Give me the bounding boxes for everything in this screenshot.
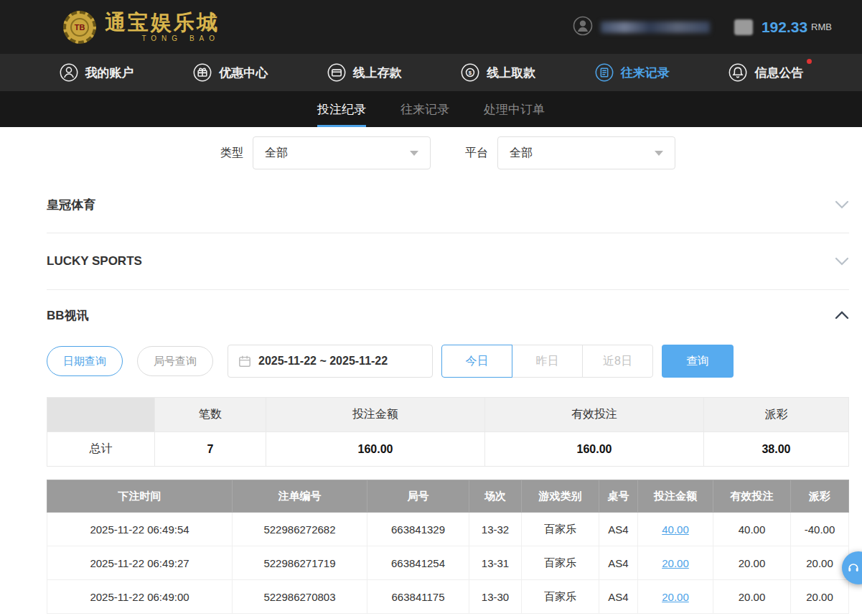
nav-label: 我的账户 (85, 65, 134, 81)
header-round: 局号 (367, 480, 469, 513)
bet-amount-link[interactable]: 20.00 (662, 591, 689, 603)
tab-bet-records[interactable]: 投注纪录 (317, 91, 366, 127)
chevron-down-icon (835, 257, 849, 266)
gift-icon (192, 62, 212, 83)
bet-time-cell: 2025-11-22 06:49:00 (47, 580, 233, 614)
balance-currency: RMB (811, 22, 832, 32)
bet-detail-table: 下注时间 注单编号 局号 场次 游戏类别 桌号 投注金额 有效投注 派彩 202… (47, 480, 849, 614)
logo-chip-icon: TB (63, 11, 96, 44)
summary-corner-cell (47, 398, 155, 432)
filter-row: 类型 全部 平台 全部 (47, 127, 849, 177)
yesterday-button[interactable]: 昨日 (512, 345, 583, 378)
date-query-button[interactable]: 日期查询 (47, 346, 123, 376)
section-title: 皇冠体育 (47, 197, 95, 213)
section-title: LUCKY SPORTS (47, 254, 142, 269)
site-logo[interactable]: TB 通宝娱乐城 TONG BAO (63, 11, 220, 44)
table-no-cell: AS4 (599, 580, 638, 614)
top-header: TB 通宝娱乐城 TONG BAO 192.33 RMB (0, 0, 862, 54)
header-game-type: 游戏类别 (522, 480, 599, 513)
section-crown-sports[interactable]: 皇冠体育 (47, 177, 849, 233)
header-payout: 派彩 (791, 480, 849, 513)
nav-item-my-account[interactable]: 我的账户 (59, 62, 134, 83)
round-query-button[interactable]: 局号查询 (137, 346, 213, 376)
session-cell: 13-31 (469, 546, 522, 580)
nav-item-promotions[interactable]: 优惠中心 (192, 62, 268, 83)
bet-amount-cell: 40.00 (638, 513, 713, 546)
game-type-cell: 百家乐 (522, 580, 599, 614)
logo-subtitle: TONG BAO (105, 34, 220, 42)
round-cell: 663841329 (367, 513, 469, 546)
main-content: 类型 全部 平台 全部 皇冠体育 LUCKY SPORTS BB视讯 (0, 127, 862, 614)
nav-item-deposit[interactable]: 线上存款 (327, 62, 402, 83)
header-bet-amount: 投注金额 (638, 480, 713, 513)
deposit-icon (327, 62, 347, 83)
bet-time-cell: 2025-11-22 06:49:54 (47, 513, 233, 546)
round-cell: 663841175 (367, 580, 469, 614)
quick-date-group: 今日 昨日 近8日 (441, 345, 653, 378)
session-cell: 13-30 (469, 580, 522, 614)
chevron-down-icon (835, 200, 849, 209)
nav-item-records[interactable]: 往来记录 (594, 62, 670, 83)
bet-id-cell: 522986271719 (233, 546, 367, 580)
sub-nav: 投注纪录 往来记录 处理中订单 (0, 91, 862, 127)
user-icon (59, 62, 79, 83)
notification-badge (807, 59, 812, 64)
table-row: 2025-11-22 06:49:00 522986270803 6638411… (47, 580, 849, 614)
username-masked (601, 22, 710, 33)
section-bb-video[interactable]: BB视讯 (47, 290, 849, 340)
nav-item-announcements[interactable]: 信息公告 (728, 62, 803, 83)
nav-item-withdraw[interactable]: $ 线上取款 (460, 62, 535, 83)
date-range-input[interactable]: 2025-11-22 ~ 2025-11-22 (228, 345, 433, 378)
game-type-cell: 百家乐 (522, 513, 599, 546)
table-row: 2025-11-22 06:49:54 522986272682 6638413… (47, 513, 849, 546)
bet-amount-link[interactable]: 20.00 (662, 557, 689, 569)
type-select[interactable]: 全部 (253, 136, 431, 169)
section-lucky-sports[interactable]: LUCKY SPORTS (47, 233, 849, 290)
bet-amount-link[interactable]: 40.00 (662, 523, 689, 536)
records-icon (594, 62, 614, 83)
withdraw-icon: $ (460, 62, 480, 83)
chevron-down-icon (655, 151, 663, 156)
round-cell: 663841254 (367, 546, 469, 580)
logo-chip-tb: TB (70, 18, 89, 37)
platform-select[interactable]: 全部 (497, 136, 675, 169)
detail-header-row: 下注时间 注单编号 局号 场次 游戏类别 桌号 投注金额 有效投注 派彩 (47, 480, 849, 513)
platform-select-value: 全部 (510, 146, 533, 161)
summary-bet-amount-value: 160.00 (266, 432, 485, 467)
summary-payout-value: 38.00 (704, 432, 849, 467)
session-cell: 13-32 (469, 513, 522, 546)
section-title: BB视讯 (47, 307, 89, 324)
header-bet-time: 下注时间 (47, 480, 233, 513)
summary-header-payout: 派彩 (704, 398, 849, 432)
summary-valid-bet-value: 160.00 (485, 432, 704, 467)
search-button[interactable]: 查询 (662, 345, 734, 378)
summary-total-label: 总计 (47, 432, 155, 467)
wallet-icon[interactable] (734, 19, 753, 35)
platform-filter-label: 平台 (465, 146, 488, 161)
payout-cell: 20.00 (791, 546, 849, 580)
bet-time-cell: 2025-11-22 06:49:27 (47, 546, 233, 580)
summary-header-bet-amount: 投注金额 (266, 398, 485, 432)
today-button[interactable]: 今日 (441, 345, 512, 378)
last-8-days-button[interactable]: 近8日 (582, 345, 653, 378)
date-range-value: 2025-11-22 ~ 2025-11-22 (258, 355, 388, 368)
tab-processing-orders[interactable]: 处理中订单 (484, 91, 545, 127)
header-bet-id: 注单编号 (233, 480, 367, 513)
header-valid-bet: 有效投注 (713, 480, 791, 513)
header-table-no: 桌号 (599, 480, 638, 513)
avatar[interactable] (572, 15, 594, 39)
type-select-value: 全部 (265, 146, 288, 161)
summary-count-value: 7 (155, 432, 266, 467)
table-row: 2025-11-22 06:49:27 522986271719 6638412… (47, 546, 849, 580)
balance-amount: 192.33 (762, 19, 807, 36)
nav-label: 线上存款 (353, 65, 402, 81)
nav-label: 信息公告 (754, 65, 803, 81)
type-filter-label: 类型 (220, 146, 243, 161)
query-bar: 日期查询 局号查询 2025-11-22 ~ 2025-11-22 今日 昨日 … (47, 345, 849, 378)
summary-header-row: 笔数 投注金额 有效投注 派彩 (47, 398, 849, 432)
chevron-up-icon (835, 311, 849, 319)
valid-bet-cell: 20.00 (713, 546, 791, 580)
tab-transaction-records[interactable]: 往来记录 (400, 91, 449, 127)
bet-amount-cell: 20.00 (638, 580, 713, 614)
nav-label: 优惠中心 (219, 65, 268, 81)
